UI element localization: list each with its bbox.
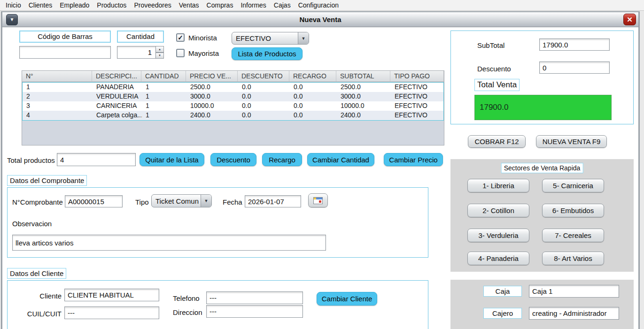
quantity-down-button[interactable]: ▼ — [156, 53, 164, 59]
table-header-cell[interactable]: CANTIDAD — [141, 71, 186, 82]
menu-empleado[interactable]: Empleado — [56, 0, 93, 10]
cajero-input[interactable] — [529, 307, 619, 320]
change-quantity-button[interactable]: Cambiar Cantidad — [307, 153, 374, 166]
mayorista-checkbox[interactable] — [176, 49, 185, 57]
mayorista-option: Mayorista — [176, 49, 219, 57]
arrow-down-icon: ▼ — [158, 54, 161, 57]
main-menu-bar: Inicio Clientes Empleado Productos Prove… — [0, 0, 644, 11]
total-products-input[interactable] — [57, 153, 136, 166]
cell-subtotal: 10000.0 — [337, 101, 391, 111]
menu-cajas[interactable]: Cajas — [270, 0, 295, 10]
table-header-cell[interactable]: DESCRIPCI... — [92, 71, 141, 82]
barcode-input[interactable] — [19, 46, 111, 59]
direccion-input[interactable] — [206, 305, 303, 318]
remove-from-list-button[interactable]: Quitar de la Lista — [140, 153, 204, 166]
sector-verduleria-button[interactable]: 3- Verduleria — [467, 229, 529, 242]
table-row[interactable]: 3 CARNICERIA 1 10000.0 0.0 0.0 10000.0 E… — [23, 101, 443, 111]
menu-informes[interactable]: Informes — [237, 0, 270, 10]
change-price-button[interactable]: Cambiar Precio — [384, 153, 443, 166]
descuento-total-input[interactable] — [539, 61, 610, 74]
cell-n: 4 — [23, 111, 93, 120]
sector-panaderia-button[interactable]: 4- Panaderia — [467, 252, 529, 265]
cell-descuento: 0.0 — [238, 92, 290, 101]
total-venta-display: 17900.0 — [474, 95, 612, 120]
calendar-button[interactable] — [308, 193, 328, 207]
close-button[interactable]: ✕ — [623, 14, 636, 25]
comprobante-number-input[interactable] — [65, 195, 123, 207]
cell-subtotal: 2400.0 — [337, 111, 391, 120]
sector-carniceria-button[interactable]: 5- Carniceria — [542, 179, 604, 192]
menu-proveedores[interactable]: Proveedores — [130, 0, 175, 10]
cell-n: 3 — [23, 101, 93, 111]
table-row[interactable]: 4 Carpeta colga... 1 2400.0 0.0 0.0 2400… — [23, 111, 443, 120]
menu-inicio[interactable]: Inicio — [2, 0, 25, 10]
cajero-label: Cajero — [483, 308, 522, 319]
table-row[interactable]: 2 VERDULERIA 1 3000.0 0.0 0.0 3000.0 EFE… — [23, 92, 443, 101]
caja-label: Caja — [483, 286, 522, 297]
cell-recargo: 0.0 — [290, 111, 337, 120]
cell-tipopago: EFECTIVO — [391, 111, 444, 120]
table-header-cell[interactable]: TIPO PAGO — [390, 71, 444, 82]
menu-configuracion[interactable]: Configuracion — [295, 0, 342, 10]
caja-input[interactable] — [529, 285, 619, 298]
caja-panel: Caja Cajero — [450, 280, 634, 329]
table-row[interactable]: 1 PANADERIA 1 2500.0 0.0 0.0 2500.0 EFEC… — [23, 83, 443, 92]
sector-artvarios-button[interactable]: 8- Art Varios — [542, 252, 604, 265]
comprobante-type-select[interactable]: Ticket Comun ▼ — [151, 194, 212, 207]
chevron-down-icon[interactable]: ▼ — [298, 32, 309, 44]
table-header-cell[interactable]: SUBTOTAL — [336, 71, 390, 82]
cuil-input[interactable] — [64, 306, 159, 319]
cell-descripcion: VERDULERIA — [93, 92, 142, 101]
quantity-value[interactable]: 1 — [117, 46, 156, 59]
cell-precio: 2500.0 — [186, 83, 238, 92]
sector-cotillon-button[interactable]: 2- Cotillon — [467, 204, 529, 217]
table-header-row: N° DESCRIPCI... CANTIDAD PRECIO VE... DE… — [22, 71, 444, 82]
nueva-venta-window: ▼ Nueva Venta ✕ Código de Barras Cantida… — [1, 11, 640, 329]
comprobante-number-label: N°Comprobante — [12, 198, 63, 206]
tipo-label: Tipo — [135, 198, 149, 206]
table-header-cell[interactable]: N° — [22, 71, 92, 82]
cell-n: 2 — [23, 92, 93, 101]
total-venta-label: Total Venta — [474, 79, 520, 91]
surcharge-button[interactable]: Recargo — [262, 153, 302, 166]
arrow-up-icon: ▲ — [158, 48, 161, 51]
total-products-label: Total productos — [7, 156, 55, 164]
minorista-label: Minorista — [188, 34, 217, 42]
menu-ventas[interactable]: Ventas — [175, 0, 203, 10]
change-client-button[interactable]: Cambiar Cliente — [317, 292, 377, 306]
cliente-section: Cliente Telefono Cambiar Cliente CUIL/CU… — [7, 280, 428, 329]
sector-embutidos-button[interactable]: 6- Embutidos — [542, 204, 604, 217]
payment-type-select[interactable]: EFECTIVO ▼ — [232, 32, 309, 45]
sale-items-table: N° DESCRIPCI... CANTIDAD PRECIO VE... DE… — [22, 70, 444, 145]
cell-subtotal: 3000.0 — [337, 92, 391, 101]
cell-precio: 10000.0 — [186, 101, 238, 111]
discount-button[interactable]: Descuento — [210, 153, 256, 166]
quantity-stepper: 1 ▲ ▼ — [117, 46, 164, 59]
sector-libreria-button[interactable]: 1- Libreria — [467, 179, 529, 192]
table-header-cell[interactable]: RECARGO — [289, 71, 336, 82]
table-header-cell[interactable]: PRECIO VE... — [186, 71, 238, 82]
telefono-input[interactable] — [206, 291, 303, 304]
cobrar-button[interactable]: COBRAR F12 — [468, 135, 526, 148]
minorista-checkbox[interactable]: ✓ — [176, 33, 185, 42]
sector-cereales-button[interactable]: 7- Cereales — [542, 229, 604, 242]
menu-compras[interactable]: Compras — [203, 0, 237, 10]
menu-clientes[interactable]: Clientes — [25, 0, 56, 10]
chevron-down-icon[interactable]: ▼ — [201, 195, 211, 207]
subtotal-input[interactable] — [539, 38, 610, 51]
quantity-label: Cantidad — [117, 31, 164, 43]
fecha-input[interactable] — [245, 195, 301, 207]
cliente-input[interactable] — [64, 289, 159, 301]
nueva-venta-button[interactable]: NUEVA VENTA F9 — [536, 135, 607, 148]
cell-descripcion: PANADERIA — [93, 83, 142, 92]
cliente-section-title: Datos del Cliente — [7, 268, 66, 279]
table-header-cell[interactable]: DESCUENTO — [238, 71, 289, 82]
observacion-input[interactable] — [12, 235, 326, 251]
window-titlebar[interactable]: ▼ Nueva Venta ✕ — [2, 12, 638, 27]
comprobante-type-value: Ticket Comun — [152, 197, 201, 205]
quantity-up-button[interactable]: ▲ — [156, 46, 164, 53]
cell-tipopago: EFECTIVO — [391, 92, 444, 101]
product-list-button[interactable]: Lista de Productos — [232, 47, 303, 60]
menu-productos[interactable]: Productos — [93, 0, 130, 10]
cuil-label: CUIL/CUIT — [22, 310, 62, 318]
